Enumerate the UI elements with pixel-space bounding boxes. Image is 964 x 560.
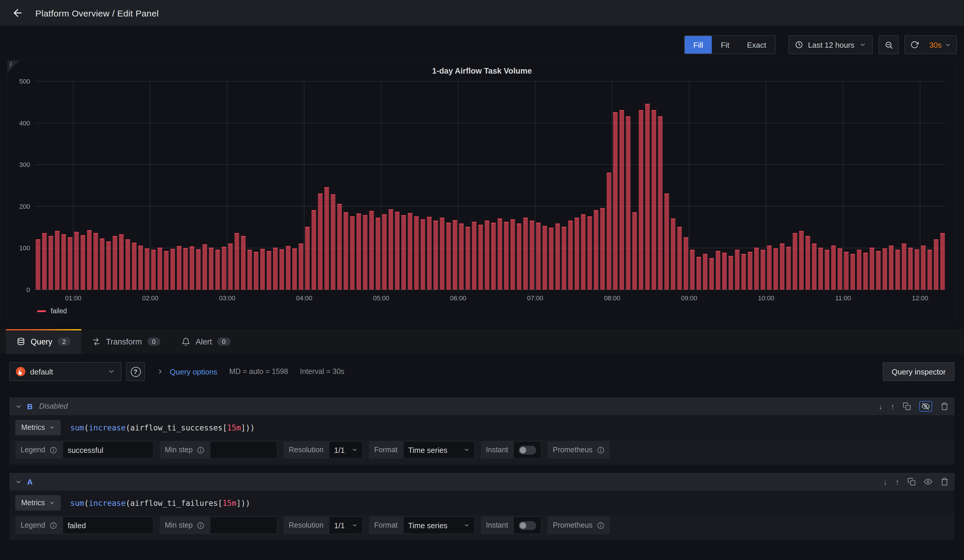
info-icon [197, 446, 204, 454]
info-icon [197, 521, 204, 529]
query-editor: Metrics sum(increase(airflow_ti_successe… [10, 415, 954, 440]
arrow-left-icon [12, 7, 24, 19]
delete-query-button[interactable] [940, 402, 949, 411]
tab-badge: 2 [58, 338, 71, 346]
transform-icon [92, 337, 101, 346]
zoom-out-button[interactable] [879, 35, 899, 54]
toggle-query-visibility-button[interactable] [924, 477, 932, 486]
move-query-down-button[interactable]: ↓ [879, 402, 883, 411]
min-step-field-label: Min step [160, 441, 210, 459]
toggle-knob [520, 522, 526, 529]
clock-icon [795, 41, 803, 49]
chevron-down-icon [49, 500, 55, 506]
min-step-input[interactable] [210, 516, 278, 534]
query-options-label: Query options [170, 367, 217, 376]
resolution-field-label: Resolution [283, 516, 329, 534]
query-options-md: MD = auto = 1598 [229, 367, 288, 376]
chevron-down-icon [944, 42, 951, 48]
time-range-picker[interactable]: Last 12 hours [789, 35, 873, 54]
chevron-down-icon [352, 447, 358, 453]
instant-toggle[interactable] [513, 441, 542, 459]
prometheus-icon [16, 367, 25, 376]
min-step-input[interactable] [210, 441, 278, 459]
resolution-field-group: Resolution 1/1 [283, 516, 363, 534]
resolution-select[interactable]: 1/1 [329, 516, 363, 534]
view-mode-group: Fill Fit Exact [684, 35, 775, 54]
legend-input[interactable] [62, 516, 153, 534]
svg-text:06:00: 06:00 [450, 294, 466, 302]
move-query-up-button[interactable]: ↑ [891, 402, 894, 411]
query-row-header[interactable]: A ↓ ↑ [10, 473, 954, 490]
duplicate-query-button[interactable] [903, 402, 911, 411]
panel-info-icon[interactable]: i [8, 61, 20, 72]
resolution-select[interactable]: 1/1 [329, 441, 363, 459]
toggle-track [519, 445, 536, 454]
prometheus-hint-label: Prometheus [547, 516, 609, 534]
info-icon [597, 446, 604, 454]
query-options-toggle[interactable]: Query options MD = auto = 1598 Interval … [157, 367, 344, 376]
view-mode-exact[interactable]: Exact [738, 36, 775, 54]
tab-transform[interactable]: Transform 0 [81, 329, 171, 354]
format-select[interactable]: Time series [403, 516, 475, 534]
query-disabled-label: Disabled [39, 402, 68, 411]
legend-field-label: Legend [15, 516, 62, 534]
metrics-dropdown[interactable]: Metrics [15, 495, 61, 511]
datasource-help-button[interactable]: ? [126, 362, 145, 381]
info-icon [49, 446, 57, 454]
eye-icon [924, 477, 932, 486]
view-mode-fill[interactable]: Fill [684, 36, 712, 54]
refresh-interval-picker[interactable]: 30s [924, 36, 956, 54]
svg-text:02:00: 02:00 [142, 294, 158, 302]
datasource-picker[interactable]: default [10, 362, 121, 381]
min-step-field-group: Min step [160, 516, 278, 534]
query-actions: ↓ ↑ [879, 401, 949, 412]
query-inspector-button[interactable]: Query inspector [883, 362, 954, 381]
chevron-down-icon [352, 522, 358, 528]
tab-query[interactable]: Query 2 [6, 329, 81, 354]
promql-expression-input[interactable]: sum(increase(airflow_ti_successes[15m])) [67, 421, 949, 434]
svg-text:400: 400 [19, 120, 30, 127]
info-icon [49, 521, 57, 529]
app-header: Platform Overview / Edit Panel [0, 0, 964, 26]
legend-input[interactable] [62, 441, 153, 459]
page-title: Platform Overview / Edit Panel [35, 8, 159, 18]
datasource-hint-group: Prometheus [547, 441, 609, 459]
instant-field-group: Instant [480, 441, 542, 459]
tab-badge: 0 [217, 338, 230, 346]
query-actions: ↓ ↑ [883, 477, 949, 486]
duplicate-query-button[interactable] [907, 477, 916, 486]
back-button[interactable] [10, 5, 26, 21]
move-query-down-button[interactable]: ↓ [883, 477, 887, 486]
format-field-label: Format [369, 441, 403, 459]
refresh-button[interactable] [905, 36, 924, 54]
tab-label: Alert [195, 337, 212, 346]
move-query-up-button[interactable]: ↑ [896, 477, 899, 486]
query-row-a: A ↓ ↑ Metrics [10, 473, 954, 540]
query-toolbar: default ? Query options MD = auto = 1598… [10, 362, 954, 381]
tab-alert[interactable]: Alert 0 [171, 329, 241, 354]
time-series-chart[interactable]: 010020030040050001:0002:0003:0004:0005:0… [10, 78, 952, 307]
info-icon [597, 521, 604, 529]
query-options-row: Legend Min step Resolution 1/1 [10, 515, 954, 540]
refresh-interval-label: 30s [929, 41, 941, 49]
panel-toolbar: Fill Fit Exact Last 12 hours 30s [7, 35, 957, 54]
time-range-label: Last 12 hours [808, 41, 855, 49]
format-select[interactable]: Time series [403, 441, 475, 459]
metrics-dropdown[interactable]: Metrics [15, 420, 61, 435]
svg-text:300: 300 [19, 161, 30, 169]
datasource-label: default [30, 367, 53, 376]
instant-toggle[interactable] [513, 516, 542, 534]
datasource-hint-group: Prometheus [547, 516, 609, 534]
toggle-query-visibility-button[interactable] [919, 401, 932, 412]
panel-title: 1-day Airflow Task Volume [8, 67, 956, 75]
svg-text:05:00: 05:00 [373, 294, 389, 302]
instant-field-label: Instant [480, 516, 513, 534]
delete-query-button[interactable] [940, 477, 949, 486]
query-row-header[interactable]: B Disabled ↓ ↑ [10, 398, 954, 415]
format-field-label: Format [369, 516, 403, 534]
view-mode-fit[interactable]: Fit [712, 36, 738, 54]
svg-text:01:00: 01:00 [65, 294, 81, 302]
svg-text:500: 500 [19, 78, 30, 85]
promql-expression-input[interactable]: sum(increase(airflow_ti_failures[15m])) [67, 496, 949, 510]
legend-label[interactable]: failed [50, 307, 67, 315]
